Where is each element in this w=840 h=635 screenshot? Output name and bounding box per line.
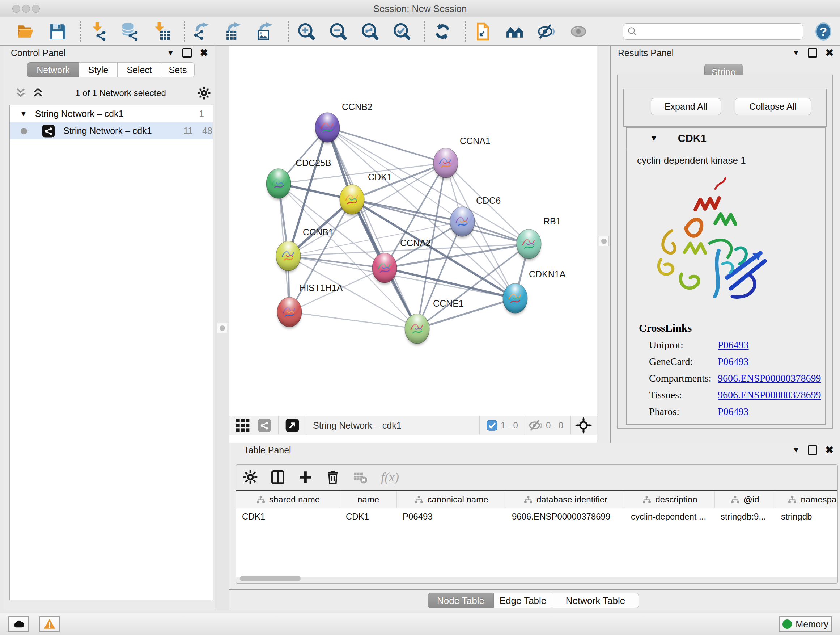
protein-section-header[interactable]: ▼ CDK1 xyxy=(627,128,825,149)
column-header-shared-name[interactable]: shared name xyxy=(236,491,340,508)
expand-all-button[interactable]: Expand All xyxy=(651,98,721,115)
collection-expand-icon[interactable]: ▼ xyxy=(20,110,27,118)
network-options-gear-icon[interactable] xyxy=(197,86,211,100)
node-CCNB2[interactable] xyxy=(315,112,340,144)
panel-close-icon[interactable]: ✖ xyxy=(825,444,834,456)
document-button[interactable] xyxy=(474,21,493,42)
network-canvas[interactable]: CCNB2CCNA1CDC25BCDK1CDC6RB1CCNB1CCNA2CDK… xyxy=(229,46,597,416)
show-columns-icon[interactable] xyxy=(270,469,286,486)
node-CDK1[interactable] xyxy=(340,185,364,216)
node-CCNB1[interactable] xyxy=(276,241,301,272)
column-header-database-identifier[interactable]: database identifier xyxy=(506,491,625,508)
crosslink-link[interactable]: P06493 xyxy=(718,356,749,367)
zoom-in-button[interactable] xyxy=(297,21,316,42)
table-options-gear-icon[interactable] xyxy=(242,469,259,486)
column-header-description[interactable]: description xyxy=(625,491,715,508)
add-column-icon[interactable] xyxy=(297,469,314,486)
selected-checkbox-icon[interactable] xyxy=(486,420,498,431)
edge-CCNE1-CDKN1A[interactable] xyxy=(417,298,515,329)
tab-node-table[interactable]: Node Table xyxy=(428,593,494,608)
panel-menu-icon[interactable]: ▼ xyxy=(792,48,800,57)
export-table-button[interactable] xyxy=(225,21,243,42)
refresh-button[interactable] xyxy=(433,21,452,42)
delete-column-trash-icon[interactable] xyxy=(325,469,341,486)
help-button[interactable]: ? xyxy=(815,22,832,41)
table-cell[interactable]: cyclin-dependent ... xyxy=(625,508,715,525)
table-cell[interactable]: stringdb:9... xyxy=(715,508,775,525)
edge-CCNA2-CDKN1A[interactable] xyxy=(385,268,515,298)
zoom-selected-button[interactable] xyxy=(393,21,411,42)
tab-style[interactable]: Style xyxy=(79,62,118,78)
table-horizontal-scrollbar[interactable] xyxy=(236,576,837,582)
table-cell[interactable]: CDK1 xyxy=(340,508,397,525)
tab-edge-table[interactable]: Edge Table xyxy=(494,593,553,608)
right-splitter[interactable] xyxy=(597,46,611,443)
grid-view-icon[interactable] xyxy=(235,418,250,432)
zoom-out-button[interactable] xyxy=(329,21,347,42)
import-table-button[interactable] xyxy=(152,21,171,42)
node-CDKN1A[interactable] xyxy=(503,283,527,315)
zoom-fit-button[interactable] xyxy=(361,21,379,42)
panel-float-icon[interactable] xyxy=(808,445,817,455)
search-box[interactable] xyxy=(623,23,803,40)
crosslink-link[interactable]: P06493 xyxy=(718,406,749,417)
birdseye-view-icon[interactable] xyxy=(285,418,300,432)
node-CCNA1[interactable] xyxy=(433,148,458,180)
show-structures-button[interactable] xyxy=(569,21,588,42)
hidden-eye-icon[interactable] xyxy=(529,418,543,432)
collapse-all-networks-icon[interactable] xyxy=(14,87,27,99)
node-CCNA2[interactable] xyxy=(372,253,397,285)
panel-close-icon[interactable]: ✖ xyxy=(825,47,834,59)
network-row[interactable]: String Network – cdk1 11 48 xyxy=(10,122,213,139)
table-cell[interactable]: CDK1 xyxy=(236,508,340,525)
warnings-button[interactable] xyxy=(39,616,60,632)
crosshair-icon[interactable] xyxy=(575,417,592,434)
panel-float-icon[interactable] xyxy=(182,48,192,57)
export-network-button[interactable] xyxy=(193,21,212,42)
save-session-button[interactable] xyxy=(48,21,67,42)
panel-menu-icon[interactable]: ▼ xyxy=(792,445,800,455)
column-header--id[interactable]: @id xyxy=(715,491,775,508)
tab-network-table[interactable]: Network Table xyxy=(553,593,639,608)
table-row[interactable]: CDK1CDK1P064939606.ENSP00000378699cyclin… xyxy=(236,508,837,525)
node-HIST1H1A[interactable] xyxy=(277,297,302,329)
left-splitter[interactable] xyxy=(215,46,229,610)
column-header-canonical-name[interactable]: canonical name xyxy=(397,491,506,508)
string-home-button[interactable] xyxy=(505,21,524,42)
edge-CCNE1-HIST1H1A[interactable] xyxy=(289,312,417,329)
import-network-database-button[interactable] xyxy=(120,21,139,42)
export-image-button[interactable] xyxy=(256,21,275,42)
open-session-button[interactable] xyxy=(16,21,35,42)
edge-CCNB2-CCNA1[interactable] xyxy=(327,127,446,163)
table-cell[interactable]: 9606.ENSP00000378699 xyxy=(506,508,625,525)
node-CDC6[interactable] xyxy=(450,207,475,238)
collapse-all-button[interactable]: Collapse All xyxy=(735,98,811,115)
table-cell[interactable]: P06493 xyxy=(397,508,506,525)
tab-sets[interactable]: Sets xyxy=(161,62,195,78)
column-header-name[interactable]: name xyxy=(340,491,397,508)
edge-CCNB2-CCNE1[interactable] xyxy=(327,127,417,329)
crosslink-link[interactable]: 9606.ENSP00000378699 xyxy=(718,389,821,401)
expand-all-networks-icon[interactable] xyxy=(32,87,44,99)
import-network-button[interactable] xyxy=(88,21,107,42)
column-header-namespace[interactable]: namespace xyxy=(775,491,838,508)
network-collection-row[interactable]: ▼ String Network – cdk1 1 xyxy=(10,105,213,122)
edge-CCNB1-CCNA2[interactable] xyxy=(288,256,385,268)
node-RB1[interactable] xyxy=(516,229,541,261)
cloud-button[interactable] xyxy=(8,616,29,632)
hide-structures-button[interactable] xyxy=(537,21,556,42)
table-cell[interactable]: stringdb xyxy=(775,508,838,525)
crosslink-link[interactable]: P06493 xyxy=(718,339,749,351)
collapse-section-icon[interactable]: ▼ xyxy=(650,134,658,143)
right-splitter-handle[interactable] xyxy=(599,236,609,246)
panel-menu-icon[interactable]: ▼ xyxy=(167,48,175,57)
left-splitter-handle[interactable] xyxy=(217,323,227,333)
panel-float-icon[interactable] xyxy=(808,48,817,57)
tab-select[interactable]: Select xyxy=(118,62,161,78)
network-view-share-icon[interactable] xyxy=(257,418,272,432)
crosslink-link[interactable]: 9606.ENSP00000378699 xyxy=(718,372,821,384)
memory-button[interactable]: Memory xyxy=(779,616,832,632)
node-CCNE1[interactable] xyxy=(405,314,429,345)
panel-close-icon[interactable]: ✖ xyxy=(200,47,208,59)
tab-network[interactable]: Network xyxy=(27,62,79,78)
